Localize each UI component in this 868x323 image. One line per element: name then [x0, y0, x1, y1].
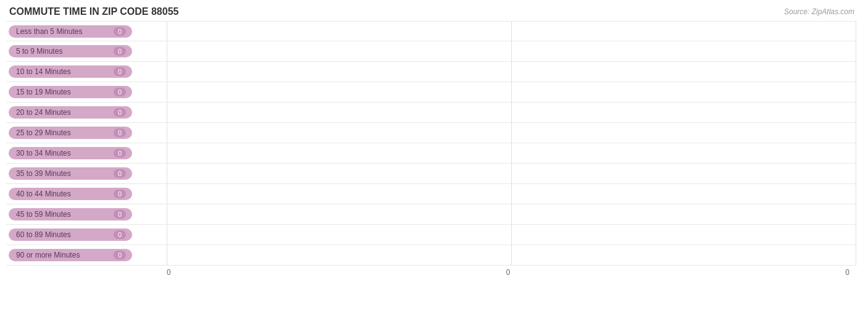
bar-label: 10 to 14 Minutes	[16, 67, 71, 76]
bar-pill: Less than 5 Minutes0	[9, 25, 132, 38]
bar-value-badge: 0	[114, 169, 126, 178]
bars-root: Less than 5 Minutes05 to 9 Minutes010 to…	[6, 21, 856, 266]
bar-value-badge: 0	[114, 251, 126, 259]
bar-label-wrap: 25 to 29 Minutes0	[6, 127, 167, 139]
chart-container: COMMUTE TIME IN ZIP CODE 88055 Source: Z…	[0, 0, 868, 323]
bar-label-wrap: 30 to 34 Minutes0	[6, 147, 167, 159]
bar-label: 20 to 24 Minutes	[16, 108, 71, 117]
bar-row: 60 to 89 Minutes0	[6, 225, 856, 245]
bar-label-wrap: 20 to 24 Minutes0	[6, 106, 167, 119]
bar-pill: 25 to 29 Minutes0	[9, 127, 132, 139]
bar-track	[167, 164, 856, 183]
bar-track	[167, 22, 856, 41]
bar-row: 35 to 39 Minutes0	[6, 164, 856, 184]
bar-label: 90 or more Minutes	[16, 251, 80, 259]
bar-value-badge: 0	[114, 47, 126, 56]
chart-title: COMMUTE TIME IN ZIP CODE 88055	[6, 6, 856, 17]
bar-label-wrap: 15 to 19 Minutes0	[6, 86, 167, 98]
bar-row: 25 to 29 Minutes0	[6, 123, 856, 143]
bar-label: 30 to 34 Minutes	[16, 149, 71, 157]
bar-label-wrap: 10 to 14 Minutes0	[6, 65, 167, 78]
bar-label: 5 to 9 Minutes	[16, 47, 62, 56]
bar-label-wrap: Less than 5 Minutes0	[6, 25, 167, 38]
bar-pill: 90 or more Minutes0	[9, 249, 132, 261]
bar-label-wrap: 45 to 59 Minutes0	[6, 208, 167, 220]
bar-row: Less than 5 Minutes0	[6, 21, 856, 41]
bar-label: Less than 5 Minutes	[16, 27, 82, 36]
bar-label: 35 to 39 Minutes	[16, 169, 71, 178]
chart-area: Less than 5 Minutes05 to 9 Minutes010 to…	[6, 21, 856, 276]
bar-label: 60 to 89 Minutes	[16, 230, 71, 239]
bar-track	[167, 62, 856, 82]
source-text: Source: ZipAtlas.com	[784, 7, 854, 16]
bar-label: 15 to 19 Minutes	[16, 88, 71, 96]
bar-label-wrap: 40 to 44 Minutes0	[6, 188, 167, 200]
bar-track	[167, 41, 856, 61]
bar-label-wrap: 5 to 9 Minutes0	[6, 45, 167, 57]
bar-row: 20 to 24 Minutes0	[6, 103, 856, 123]
bar-label: 45 to 59 Minutes	[16, 210, 71, 219]
bar-track	[167, 204, 856, 224]
x-axis: 0 0 0	[6, 268, 856, 277]
bar-row: 10 to 14 Minutes0	[6, 62, 856, 82]
bar-value-badge: 0	[114, 67, 126, 76]
bar-label-wrap: 60 to 89 Minutes0	[6, 229, 167, 241]
bar-value-badge: 0	[114, 190, 126, 198]
bar-row: 15 to 19 Minutes0	[6, 82, 856, 103]
vline-right	[856, 21, 856, 266]
bar-value-badge: 0	[114, 128, 126, 137]
bar-track	[167, 184, 856, 204]
bar-pill: 45 to 59 Minutes0	[9, 208, 132, 220]
bar-pill: 60 to 89 Minutes0	[9, 229, 132, 241]
bar-track	[167, 82, 856, 102]
bar-track	[167, 123, 856, 143]
bar-label-wrap: 35 to 39 Minutes0	[6, 167, 167, 180]
bar-label: 25 to 29 Minutes	[16, 128, 71, 137]
bar-row: 45 to 59 Minutes0	[6, 204, 856, 225]
x-label-1: 0	[171, 268, 846, 277]
bar-pill: 10 to 14 Minutes0	[9, 65, 132, 78]
bar-row: 5 to 9 Minutes0	[6, 41, 856, 62]
bar-pill: 15 to 19 Minutes0	[9, 86, 132, 98]
bar-row: 90 or more Minutes0	[6, 245, 856, 266]
bar-track	[167, 103, 856, 122]
bar-rows-container: Less than 5 Minutes05 to 9 Minutes010 to…	[6, 21, 856, 266]
bar-value-badge: 0	[114, 27, 126, 36]
bar-value-badge: 0	[114, 88, 126, 96]
bar-value-badge: 0	[114, 230, 126, 239]
bar-pill: 35 to 39 Minutes0	[9, 167, 132, 180]
bar-value-badge: 0	[114, 149, 126, 157]
x-label-0: 0	[167, 268, 171, 277]
bar-track	[167, 143, 856, 163]
bar-row: 40 to 44 Minutes0	[6, 184, 856, 204]
bar-row: 30 to 34 Minutes0	[6, 143, 856, 164]
bar-value-badge: 0	[114, 108, 126, 117]
bar-pill: 5 to 9 Minutes0	[9, 45, 132, 57]
bar-label: 40 to 44 Minutes	[16, 190, 71, 198]
bar-pill: 30 to 34 Minutes0	[9, 147, 132, 159]
bar-value-badge: 0	[114, 210, 126, 219]
bar-pill: 40 to 44 Minutes0	[9, 188, 132, 200]
bar-track	[167, 245, 856, 265]
bar-label-wrap: 90 or more Minutes0	[6, 249, 167, 261]
x-label-2: 0	[845, 268, 849, 277]
bar-pill: 20 to 24 Minutes0	[9, 106, 132, 119]
bar-track	[167, 225, 856, 245]
